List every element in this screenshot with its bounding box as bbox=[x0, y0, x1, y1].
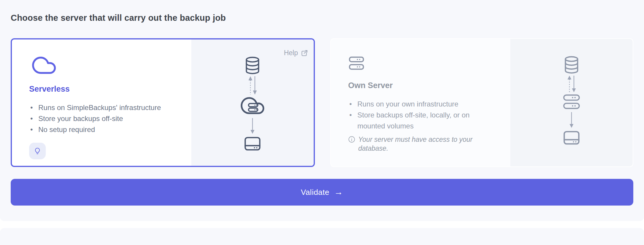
bullet-item: Store your backups off-site bbox=[29, 113, 179, 124]
own-server-feature-list: Runs on your own infrastructure Store ba… bbox=[348, 98, 498, 131]
arrow-up-dashed-icon bbox=[249, 76, 252, 80]
cloud-icon bbox=[29, 55, 59, 76]
serverless-feature-list: Runs on SimpleBackups' infrastructure St… bbox=[29, 102, 179, 135]
info-icon bbox=[348, 136, 355, 143]
arrow-down-icon bbox=[572, 88, 576, 92]
section-divider bbox=[0, 221, 644, 228]
serverless-card-content: Serverless Runs on SimpleBackups' infras… bbox=[12, 39, 191, 166]
server-stack-icon bbox=[562, 93, 581, 110]
server-option-serverless[interactable]: Serverless Runs on SimpleBackups' infras… bbox=[11, 38, 315, 167]
arrow-up-dashed-icon bbox=[568, 76, 572, 79]
validate-button[interactable]: Validate → bbox=[11, 179, 633, 206]
arrow-down-icon bbox=[249, 117, 256, 134]
server-stack-icon bbox=[348, 54, 365, 72]
validate-button-label: Validate bbox=[301, 188, 329, 197]
lightbulb-tip-button[interactable] bbox=[29, 143, 46, 159]
storage-server-icon bbox=[562, 130, 581, 146]
bullet-item: Runs on your own infrastructure bbox=[348, 98, 498, 109]
serverless-card-title: Serverless bbox=[29, 85, 179, 94]
arrow-down-icon bbox=[568, 111, 575, 128]
own-server-card-title: Own Server bbox=[348, 81, 498, 90]
lightbulb-icon bbox=[33, 147, 42, 155]
server-option-own-server[interactable]: Own Server Runs on your own infrastructu… bbox=[330, 38, 633, 167]
sync-arrows-icon bbox=[565, 75, 578, 93]
storage-server-icon bbox=[243, 136, 262, 152]
arrow-right-icon: → bbox=[334, 187, 343, 196]
help-link-label: Help bbox=[284, 49, 298, 57]
serverless-diagram: Help bbox=[191, 39, 314, 166]
server-options-row: Serverless Runs on SimpleBackups' infras… bbox=[11, 38, 633, 167]
own-server-note: Your server must have access to your dat… bbox=[348, 135, 498, 153]
own-server-diagram bbox=[510, 39, 633, 166]
backup-runner-section: Choose the server that will carry out th… bbox=[0, 0, 644, 221]
sync-arrows-icon bbox=[246, 76, 259, 95]
arrow-down-icon bbox=[253, 90, 257, 95]
bullet-item: Store backups off-site, locally, or on m… bbox=[348, 109, 498, 131]
bullet-item: No setup required bbox=[29, 124, 179, 135]
own-server-note-text: Your server must have access to your dat… bbox=[358, 135, 498, 153]
help-link[interactable]: Help bbox=[284, 49, 308, 57]
own-server-card-content: Own Server Runs on your own infrastructu… bbox=[331, 39, 510, 166]
database-icon bbox=[563, 55, 580, 74]
external-link-icon bbox=[301, 49, 308, 57]
database-icon bbox=[244, 56, 261, 75]
next-section-panel bbox=[0, 228, 644, 245]
bullet-item: Runs on SimpleBackups' infrastructure bbox=[29, 102, 179, 113]
page-title: Choose the server that will carry out th… bbox=[11, 13, 633, 23]
cloud-server-icon bbox=[239, 95, 266, 116]
